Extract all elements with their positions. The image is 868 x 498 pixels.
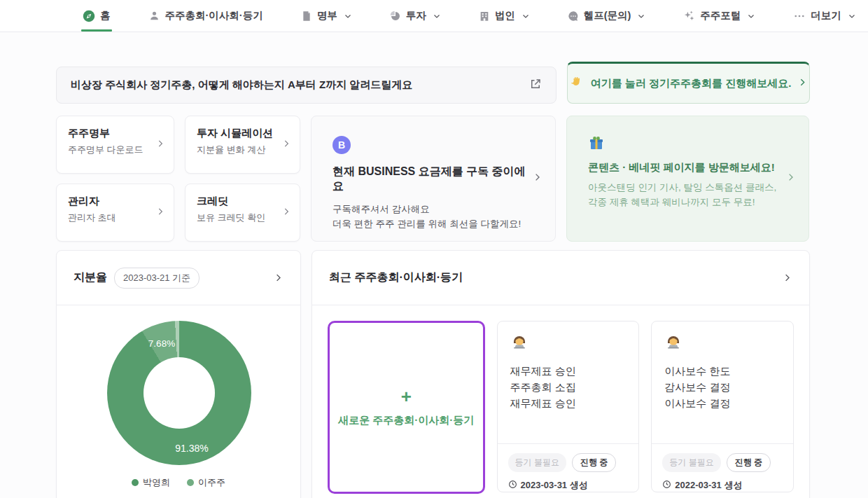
quick-card-shareholder-register[interactable]: 주주명부 주주명부 다운로드: [56, 116, 174, 174]
pie-icon: [390, 11, 401, 22]
chevron-down-icon: [747, 12, 755, 20]
plus-icon: +: [401, 387, 412, 406]
benefit-line2: 각종 제휴 혜택과 웨비나까지 모두 무료!: [588, 195, 780, 209]
more-dots-icon: [793, 10, 806, 22]
ownership-panel: 지분율 2023-03-21 기준 7.68% 91.38% 박영희: [56, 250, 301, 498]
quick-card-title: 주주명부: [68, 127, 154, 140]
record-line: 이사보수 한도: [664, 363, 780, 379]
nav-item-corporation[interactable]: 법인: [479, 0, 530, 32]
chevron-down-icon: [433, 12, 441, 20]
clock-icon: [662, 480, 671, 491]
nav-label: 법인: [495, 9, 515, 22]
nav-label: 투자: [406, 9, 426, 22]
quick-card-title: 관리자: [68, 195, 154, 208]
technologist-emoji: [664, 333, 780, 354]
record-line: 주주총회 소집: [510, 379, 626, 395]
chevron-down-icon: [344, 12, 352, 20]
quick-card-title: 크레딧: [197, 195, 280, 208]
content-benefit-card[interactable]: 콘텐츠 · 베네핏 페이지를 방문해보세요! 아웃스탠딩 인기 기사, 탈잉 스…: [566, 116, 809, 242]
quick-links: 주주명부 주주명부 다운로드 투자 시뮬레이션 지분율 변화 계산 관리자 관리…: [56, 116, 300, 242]
quick-card-title: 투자 시뮬레이션: [197, 127, 280, 140]
quick-card-subtitle: 주주명부 다운로드: [68, 144, 154, 156]
nav-label: 주주포털: [700, 9, 741, 22]
donut-label-major: 91.38%: [175, 443, 208, 454]
chevron-down-icon: [637, 12, 645, 20]
quick-card-admin[interactable]: 관리자 관리자 초대: [56, 184, 174, 242]
legend-dot: [132, 479, 139, 486]
building-icon: [479, 11, 490, 22]
benefit-title: 콘텐츠 · 베네핏 페이지를 방문해보세요!: [588, 161, 780, 174]
chevron-right-icon: [281, 139, 291, 151]
technologist-emoji: [510, 333, 626, 354]
ownership-title: 지분율: [74, 270, 107, 285]
registry-badge: 등기 불필요: [662, 453, 720, 472]
document-icon: [301, 11, 312, 22]
legend-label: 이주주: [198, 476, 225, 489]
meeting-record-card[interactable]: 이사보수 한도 감사보수 결정 이사보수 결정 등기 불필요 진행 중: [651, 321, 794, 492]
donut-label-minor: 7.68%: [148, 338, 175, 349]
person-icon: [148, 10, 160, 22]
quick-card-credit[interactable]: 크레딧 보유 크레딧 확인: [185, 184, 300, 242]
main-content: 비상장 주식회사 정기주총, 어떻게 해야하는지 A부터 Z까지 알려드릴게요 …: [0, 32, 868, 498]
benefit-line1: 아웃스탠딩 인기 기사, 탈잉 스톡옵션 클래스,: [588, 180, 780, 195]
chevron-right-icon[interactable]: [782, 272, 792, 283]
record-line: 재무제표 승인: [510, 395, 626, 411]
record-line: 이사보수 결정: [664, 395, 780, 411]
legend-dot: [187, 479, 194, 486]
ownership-chart-area: 7.68% 91.38% 박영희 이주주: [57, 305, 300, 498]
subscription-plan-card[interactable]: B 현재 BUSINESS 요금제를 구독 중이에요 구독해주셔서 감사해요 더…: [311, 116, 556, 242]
chevron-right-icon[interactable]: [273, 272, 284, 283]
nav-item-more[interactable]: 더보기: [793, 0, 856, 32]
new-meeting-label: 새로운 주주총회·이사회·등기: [338, 414, 474, 427]
chevron-right-icon: [155, 207, 165, 219]
nav-label: 명부: [317, 9, 337, 22]
chevron-right-icon: [532, 172, 542, 186]
recent-title: 최근 주주총회·이사회·등기: [329, 270, 463, 285]
chevron-right-icon: [785, 172, 796, 186]
nav-item-register[interactable]: 명부: [301, 0, 352, 32]
legend-label: 박영희: [143, 476, 170, 489]
plan-badge-icon: B: [332, 136, 351, 154]
chevron-right-icon: [281, 207, 291, 219]
status-badge: 진행 중: [727, 453, 771, 472]
top-navigation: 홈 주주총회·이사회·등기 명부 투자 법인: [0, 0, 868, 32]
nav-item-home[interactable]: 홈: [83, 0, 111, 32]
meeting-record-card[interactable]: 재무제표 승인 주주총회 소집 재무제표 승인 등기 불필요 진행 중: [497, 321, 640, 492]
status-badge: 진행 중: [572, 453, 616, 472]
quick-card-subtitle: 관리자 초대: [68, 212, 154, 224]
plan-line2: 더욱 편한 주주 관리를 위해 최선을 다할게요!: [332, 216, 527, 231]
nav-item-investment[interactable]: 투자: [390, 0, 441, 32]
plan-line1: 구독해주셔서 감사해요: [332, 202, 527, 216]
quick-card-investment-simulation[interactable]: 투자 시뮬레이션 지분율 변화 계산: [185, 116, 300, 174]
nav-item-shareholder-portal[interactable]: 주주포털: [683, 0, 755, 32]
legend-item: 박영희: [132, 476, 170, 489]
nav-item-help[interactable]: 헬프(문의): [568, 0, 646, 32]
record-created-date: 2023-03-31 생성: [521, 479, 588, 492]
ownership-header[interactable]: 지분율 2023-03-21 기준: [57, 251, 300, 305]
chart-legend: 박영희 이주주: [57, 476, 300, 489]
nav-label: 홈: [100, 9, 111, 22]
start-agm-text: 여기를 눌러 정기주주총회를 진행해보세요.: [591, 77, 792, 90]
home-icon: [83, 10, 95, 22]
chevron-right-icon: [155, 139, 165, 151]
new-meeting-card[interactable]: + 새로운 주주총회·이사회·등기: [328, 321, 485, 494]
nav-item-meetings[interactable]: 주주총회·이사회·등기: [148, 0, 263, 32]
guide-banner-text: 비상장 주식회사 정기주총, 어떻게 해야하는지 A부터 Z까지 알려드릴게요: [71, 78, 529, 92]
record-line: 감사보수 결정: [664, 379, 780, 395]
chevron-down-icon: [522, 12, 530, 20]
agm-guide-banner[interactable]: 비상장 주식회사 정기주총, 어떻게 해야하는지 A부터 Z까지 알려드릴게요: [56, 67, 556, 104]
record-line: 재무제표 승인: [510, 363, 626, 379]
recent-header[interactable]: 최근 주주총회·이사회·등기: [312, 251, 809, 305]
sparkles-icon: [683, 10, 695, 22]
chevron-right-icon: [798, 77, 807, 90]
gift-icon: [588, 134, 780, 154]
start-agm-banner[interactable]: 여기를 눌러 정기주주총회를 진행해보세요.: [567, 62, 810, 104]
clock-icon: [508, 480, 517, 491]
nav-label: 더보기: [811, 9, 841, 22]
recent-meetings-panel: 최근 주주총회·이사회·등기 + 새로운 주주총회·이사회·등기 재무제표 승인: [312, 250, 810, 498]
chevron-down-icon: [848, 12, 856, 20]
as-of-date-badge: 2023-03-21 기준: [114, 268, 200, 289]
nav-label: 주주총회·이사회·등기: [165, 9, 263, 22]
external-link-icon[interactable]: [529, 78, 542, 93]
clap-hands-icon: [570, 75, 584, 92]
